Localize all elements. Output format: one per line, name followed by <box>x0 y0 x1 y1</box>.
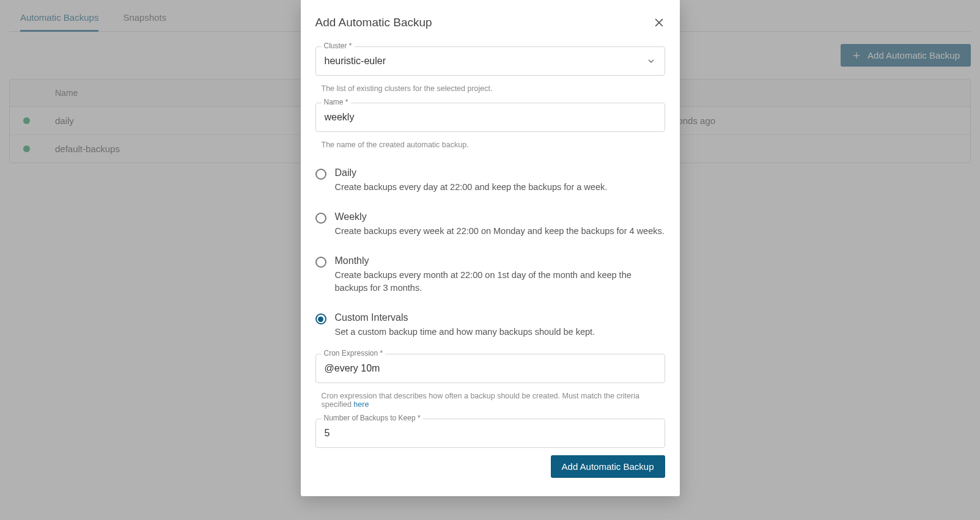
name-helper: The name of the created automatic backup… <box>315 137 665 159</box>
cluster-value: heuristic-euler <box>325 56 386 67</box>
name-field-label: Name * <box>322 98 351 106</box>
cluster-helper: The list of existing clusters for the se… <box>315 81 665 103</box>
name-input[interactable] <box>315 103 665 132</box>
close-button[interactable] <box>653 16 665 29</box>
cluster-select[interactable]: heuristic-euler <box>315 46 665 76</box>
add-backup-dialog: Add Automatic Backup Cluster * heuristic… <box>301 0 680 163</box>
close-icon <box>653 16 665 29</box>
radio-option-daily[interactable]: Daily Create backups every day at 22:00 … <box>315 161 665 163</box>
dialog-title: Add Automatic Backup <box>315 16 432 29</box>
cluster-field-label: Cluster * <box>322 42 355 50</box>
chevron-down-icon <box>646 56 656 66</box>
modal-overlay[interactable]: Add Automatic Backup Cluster * heuristic… <box>0 0 980 163</box>
